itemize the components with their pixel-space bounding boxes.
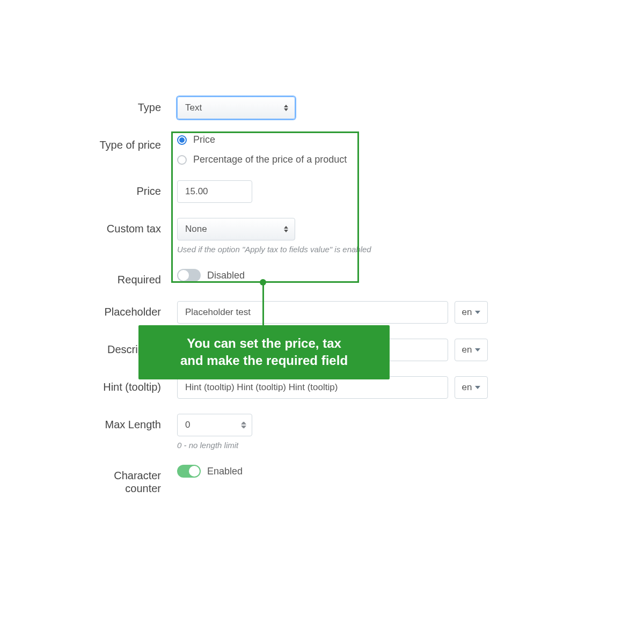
label-max-length: Max Length bbox=[86, 414, 177, 431]
type-select[interactable]: Text bbox=[177, 97, 295, 119]
radio-percentage-label: Percentage of the price of a product bbox=[193, 154, 347, 165]
type-select-value: Text bbox=[185, 103, 202, 113]
row-price: Price 15.00 bbox=[86, 180, 515, 203]
max-length-value: 0 bbox=[185, 420, 190, 430]
custom-tax-select[interactable]: None bbox=[177, 218, 295, 240]
price-value: 15.00 bbox=[185, 186, 208, 197]
label-required: Required bbox=[86, 269, 177, 286]
placeholder-value: Placeholder test bbox=[185, 307, 251, 318]
label-placeholder: Placeholder bbox=[86, 301, 177, 318]
radio-icon bbox=[177, 155, 187, 165]
chevron-updown-icon bbox=[283, 104, 289, 112]
description-lang-button[interactable]: en bbox=[455, 339, 488, 361]
required-toggle[interactable] bbox=[177, 269, 201, 282]
char-counter-toggle[interactable] bbox=[177, 465, 201, 478]
annotation-connector bbox=[262, 283, 264, 326]
row-type-of-price: Type of price Price Percentage of the pr… bbox=[86, 134, 515, 170]
row-hint: Hint (tooltip) Hint (tooltip) Hint (tool… bbox=[86, 376, 515, 399]
label-price: Price bbox=[86, 180, 177, 197]
placeholder-lang-button[interactable]: en bbox=[455, 301, 488, 324]
custom-tax-help: Used if the option "Apply tax to fields … bbox=[177, 245, 515, 254]
row-required: Required Disabled bbox=[86, 269, 515, 286]
row-placeholder: Placeholder Placeholder test en bbox=[86, 301, 515, 324]
hint-value: Hint (tooltip) Hint (tooltip) Hint (tool… bbox=[185, 382, 338, 393]
max-length-help: 0 - no length limit bbox=[177, 441, 515, 450]
label-type: Type bbox=[86, 97, 177, 114]
lang-code: en bbox=[462, 382, 472, 393]
row-max-length: Max Length 0 0 - no length limit bbox=[86, 414, 515, 450]
label-type-of-price: Type of price bbox=[86, 134, 177, 151]
callout-text-line2: and make the required field bbox=[151, 352, 377, 369]
label-custom-tax: Custom tax bbox=[86, 218, 177, 235]
row-custom-tax: Custom tax None Used if the option "Appl… bbox=[86, 218, 515, 254]
radio-price-option[interactable]: Price bbox=[177, 134, 515, 145]
row-type: Type Text bbox=[86, 97, 515, 119]
radio-price-label: Price bbox=[193, 134, 215, 145]
chevron-down-icon bbox=[475, 311, 480, 314]
custom-tax-value: None bbox=[185, 224, 207, 235]
radio-percentage-option[interactable]: Percentage of the price of a product bbox=[177, 154, 515, 165]
placeholder-input[interactable]: Placeholder test bbox=[177, 301, 448, 324]
radio-icon bbox=[177, 135, 187, 145]
callout-text-line1: You can set the price, tax bbox=[151, 335, 377, 352]
field-settings-form: Type Text Type of price Price Percentage… bbox=[0, 0, 515, 495]
chevron-down-icon bbox=[475, 348, 480, 352]
price-input[interactable]: 15.00 bbox=[177, 180, 252, 203]
chevron-down-icon bbox=[475, 386, 480, 389]
max-length-stepper[interactable]: 0 bbox=[177, 414, 252, 436]
required-state: Disabled bbox=[207, 270, 245, 281]
hint-lang-button[interactable]: en bbox=[455, 376, 488, 399]
annotation-callout: You can set the price, tax and make the … bbox=[138, 325, 390, 379]
chevron-updown-icon bbox=[283, 225, 289, 233]
char-counter-state: Enabled bbox=[207, 466, 243, 477]
lang-code: en bbox=[462, 307, 472, 318]
hint-input[interactable]: Hint (tooltip) Hint (tooltip) Hint (tool… bbox=[177, 376, 448, 399]
label-char-counter: Character counter bbox=[86, 465, 177, 495]
stepper-icon bbox=[241, 422, 246, 428]
lang-code: en bbox=[462, 345, 472, 355]
row-char-counter: Character counter Enabled bbox=[86, 465, 515, 495]
